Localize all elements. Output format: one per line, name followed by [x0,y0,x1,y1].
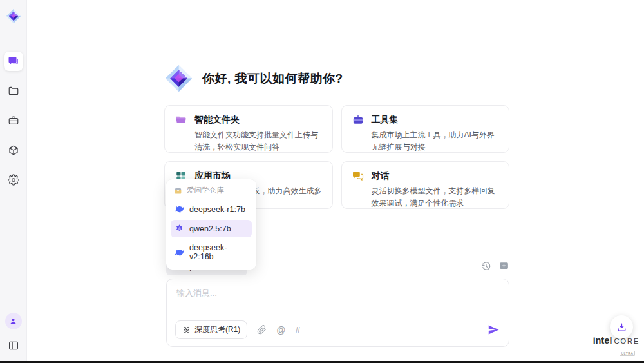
repo-box-icon [174,186,182,195]
folder-icon [8,85,19,97]
greeting-title: 你好, 我可以如何帮助你? [202,70,343,87]
model-option-label: deepseek-v2:16b [189,243,248,261]
deepseek-whale-icon [175,248,184,257]
intel-wordmark: intel [593,335,612,346]
card-dialog[interactable]: 对话 灵活切换多模型文件，支持多样回复效果调试，满足个性化需求 [341,161,510,209]
main-content: 你好, 我可以如何帮助你? 智能文件夹 智能文件夹功能支持批量文件上传与清洗，轻… [164,0,509,363]
purple-folder-icon [175,114,187,126]
download-icon [616,322,627,333]
card-description: 灵活切换多模型文件，支持多样回复效果调试，满足个性化需求 [372,185,499,209]
user-avatar[interactable] [5,313,22,329]
input-toolbar: 深度思考(R1) @ # [175,320,500,339]
collapse-panel-button[interactable] [4,336,23,355]
sidebar-item-models[interactable] [4,141,23,160]
deep-think-label: 深度思考(R1) [194,324,240,335]
model-option-label: deepseek-r1:7b [189,205,245,214]
qwen-icon [175,224,184,233]
cube-icon [8,144,19,156]
sidebar-item-settings[interactable] [4,170,23,190]
greeting: 你好, 我可以如何帮助你? [164,64,343,93]
deep-think-button[interactable]: 深度思考(R1) [175,320,247,339]
repo-label: 爱问学仓库 [187,186,224,195]
chat-input-box: 深度思考(R1) @ # [166,279,509,347]
history-icon[interactable] [481,261,491,271]
card-smart-folder[interactable]: 智能文件夹 智能文件夹功能支持批量文件上传与清洗，轻松实现文件问答 [164,105,333,153]
app-logo-icon[interactable] [6,8,21,24]
sidebar-bottom [0,313,26,355]
model-option-deepseek-r1[interactable]: deepseek-r1:7b [171,201,252,218]
attachment-icon[interactable] [257,325,267,335]
card-title: 工具集 [372,114,399,126]
hash-icon[interactable]: # [296,326,301,335]
sidebar-item-folders[interactable] [4,81,23,101]
mention-icon[interactable]: @ [276,326,285,335]
gold-chat-icon [352,170,364,182]
model-option-deepseek-v2[interactable]: deepseek-v2:16b [171,239,252,265]
chat-actions [481,260,509,271]
assistant-gem-icon [164,64,193,93]
sidebar-item-chat[interactable] [4,52,23,71]
model-dropdown: 爱问学仓库 deepseek-r1:7b qwen2.5:7b [166,179,256,270]
card-title: 对话 [372,170,390,182]
sidebar-nav [0,52,26,190]
deepseek-whale-icon [175,204,184,214]
model-option-qwen[interactable]: qwen2.5:7b [171,220,252,237]
gear-icon [8,174,19,186]
indigo-briefcase-icon [352,114,364,126]
card-description: 智能文件夹功能支持批量文件上传与清洗，轻松实现文件问答 [194,129,322,153]
send-button[interactable] [488,324,500,336]
card-description: 集成市场上主流工具，助力AI与外界无缝扩展与对接 [372,129,499,153]
atom-icon [182,326,191,334]
card-title: 智能文件夹 [194,114,240,126]
person-icon [8,317,18,326]
card-toolset[interactable]: 工具集 集成市场上主流工具，助力AI与外界无缝扩展与对接 [341,105,510,153]
message-input[interactable] [167,279,509,315]
ultra-badge: ultra [620,351,636,356]
core-wordmark: core [614,337,640,345]
intel-core-badge: intel core ultra [594,335,639,357]
model-repo-header: 爱问学仓库 [171,184,252,199]
panel-toggle-icon [8,340,19,351]
sidebar-item-toolbox[interactable] [4,111,23,130]
sidebar [0,0,27,363]
briefcase-icon [8,115,19,126]
chat-icon [8,55,19,67]
new-chat-icon[interactable] [498,260,509,271]
model-option-label: qwen2.5:7b [189,224,231,233]
